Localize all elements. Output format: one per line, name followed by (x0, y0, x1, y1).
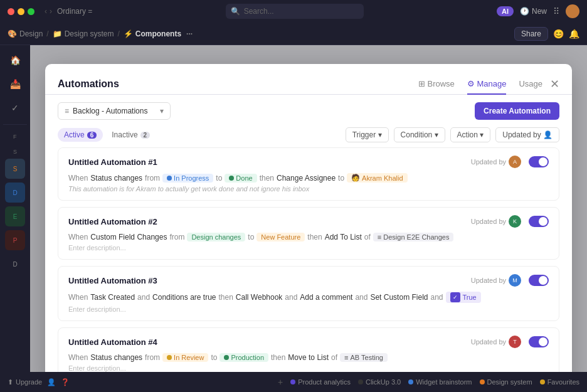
avatar-4: T (509, 336, 521, 348)
clickup-item[interactable]: ClickUp 3.0 (358, 378, 401, 386)
automation-card-3: Untitled Automation #3 Updated by M When (58, 266, 559, 321)
folder-icon: 📁 (53, 29, 62, 38)
browse-icon: ⊞ (418, 79, 425, 88)
emoji-icon[interactable]: 😊 (553, 29, 564, 39)
clickup-dot (358, 379, 363, 384)
chevron-down-icon: ▾ (160, 107, 164, 115)
content-area: Automations ⊞ Browse ⚙ Manage Usage (30, 45, 587, 372)
sidebar-space-sh[interactable]: S (5, 159, 25, 179)
topbar-left: ‹ › Ordinary = (8, 7, 92, 16)
modal-tabs: ⊞ Browse ⚙ Manage Usage (418, 74, 542, 94)
to-keyword-action-1: to (338, 174, 344, 183)
toggle-3[interactable] (529, 275, 549, 286)
backlog-select-label: Backlog - Automations (73, 107, 147, 115)
breadcrumb-design[interactable]: 🎨 Design (8, 29, 43, 38)
notification-icon[interactable]: 🔔 (569, 29, 579, 39)
product-analytics-label: Product analytics (298, 378, 351, 386)
create-automation-button[interactable]: Create Automation (475, 102, 559, 120)
automation-card-1: Untitled Automation #1 Updated by A When (58, 147, 559, 201)
backlog-select[interactable]: ≡ Backlog - Automations ▾ (58, 102, 171, 120)
design-system-dot (480, 379, 485, 384)
sidebar-icon-inbox[interactable]: 📥 (5, 74, 25, 94)
filter-tabs-left: Active 6 Inactive 2 (58, 128, 156, 142)
design-system-item[interactable]: Design system (480, 378, 532, 386)
condition-3: Conditions are true (152, 293, 216, 302)
bottombar-right: + Product analytics ClickUp 3.0 Widget b… (278, 377, 579, 387)
traffic-lights (8, 8, 34, 15)
toggle-1[interactable] (529, 156, 549, 167)
sidebar-space-er[interactable]: E (5, 206, 25, 226)
tab-usage[interactable]: Usage (519, 74, 542, 95)
action-filter-button[interactable]: Action ▾ (450, 127, 491, 142)
and-keyword-3c: and (355, 293, 368, 302)
status-dot-1 (167, 176, 172, 181)
automation-3-rule: When Task Created and Conditions are tru… (68, 292, 549, 303)
and-keyword-3a: and (137, 293, 150, 302)
updated-by-label-4: Updated by (471, 338, 506, 346)
from-value-4: In Review (162, 353, 208, 362)
share-button[interactable]: Share (514, 27, 548, 41)
modal-close-button[interactable]: ✕ (550, 77, 559, 91)
sidebar-space-de[interactable]: D (5, 183, 25, 203)
back-arrow[interactable]: ‹ (45, 7, 47, 16)
favourites-item[interactable]: Favourites (540, 378, 579, 386)
description-3[interactable]: Enter description... (68, 305, 549, 313)
sidebar: 🏠 📥 ✓ F S S D E P D (0, 45, 30, 372)
maximize-traffic-light[interactable] (28, 8, 34, 15)
add-icon[interactable]: + (278, 377, 283, 387)
breadcrumb-components[interactable]: ⚡ Components ··· (124, 29, 193, 38)
breadcrumb-sep-1: / (46, 29, 48, 38)
favorites-label: F (13, 134, 17, 140)
action-value-1: 🧑 Akram Khalid (347, 173, 407, 183)
bottombar: ⬆ Upgrade 👤 ❓ + Product analytics ClickU… (0, 372, 587, 392)
user-settings-icon[interactable]: 👤 (47, 378, 56, 386)
to-value-4: Production (219, 353, 268, 362)
grid-icon[interactable]: ⠿ (553, 6, 559, 16)
forward-arrow[interactable]: › (50, 7, 52, 16)
tab-browse[interactable]: ⊞ Browse (418, 74, 455, 95)
sidebar-icon-home[interactable]: 🏠 (5, 50, 25, 70)
sidebar-icon-mywork[interactable]: ✓ (5, 98, 25, 118)
sidebar-space-di[interactable]: D (5, 254, 25, 274)
widget-brainstorm-item[interactable]: Widget brainstorm (408, 378, 472, 386)
breadcrumb-sep-2: / (117, 29, 119, 38)
then-keyword-2: then (307, 233, 322, 241)
sidebar-space-pr[interactable]: P (5, 230, 25, 250)
user-avatar[interactable] (566, 4, 579, 18)
minimize-traffic-light[interactable] (18, 8, 24, 15)
upgrade-button[interactable]: ⬆ Upgrade (8, 378, 42, 386)
automation-card-4: Untitled Automation #4 Updated by T When (58, 327, 559, 372)
breadcrumb-design-system[interactable]: 📁 Design system (53, 29, 114, 38)
toggle-2[interactable] (529, 216, 549, 227)
trigger-filter-button[interactable]: Trigger ▾ (346, 127, 389, 142)
tab-manage[interactable]: ⚙ Manage (467, 74, 507, 95)
to-keyword-2: to (248, 233, 254, 241)
description-2[interactable]: Enter description... (68, 244, 549, 252)
favourites-label: Favourites (547, 378, 579, 386)
bottombar-left: ⬆ Upgrade 👤 ❓ (8, 378, 70, 386)
description-4[interactable]: Enter description... (68, 364, 549, 372)
toggle-4[interactable] (529, 336, 549, 347)
new-button[interactable]: 🕐 New (520, 7, 547, 16)
close-traffic-light[interactable] (8, 8, 14, 15)
status-dot-to-1 (229, 176, 234, 181)
design-system-label: Design system (487, 378, 532, 386)
inactive-label: Inactive (112, 130, 137, 139)
product-analytics-item[interactable]: Product analytics (290, 378, 351, 386)
components-more[interactable]: ··· (186, 29, 193, 38)
ai-badge[interactable]: AI (497, 6, 514, 16)
updated-by-3: Updated by M (471, 274, 521, 287)
condition-filter-button[interactable]: Condition ▾ (394, 127, 445, 142)
header-icons: 😊 🔔 (553, 29, 579, 39)
to-value-2: New Feature (256, 233, 305, 241)
favourites-dot (540, 379, 545, 384)
main-area: 🏠 📥 ✓ F S S D E P D Automations (0, 45, 587, 372)
and-keyword-3d: and (430, 293, 443, 302)
filter-tab-inactive[interactable]: Inactive 2 (105, 128, 156, 142)
topbar: ‹ › Ordinary = 🔍 Search... AI 🕐 New ⠿ (0, 0, 587, 23)
action-3c: Set Custom Field (370, 293, 428, 302)
updated-by-filter-button[interactable]: Updated by 👤 (495, 127, 559, 142)
search-bar[interactable]: 🔍 Search... (226, 4, 364, 19)
help-icon[interactable]: ❓ (61, 378, 70, 386)
filter-tab-active[interactable]: Active 6 (58, 128, 103, 142)
